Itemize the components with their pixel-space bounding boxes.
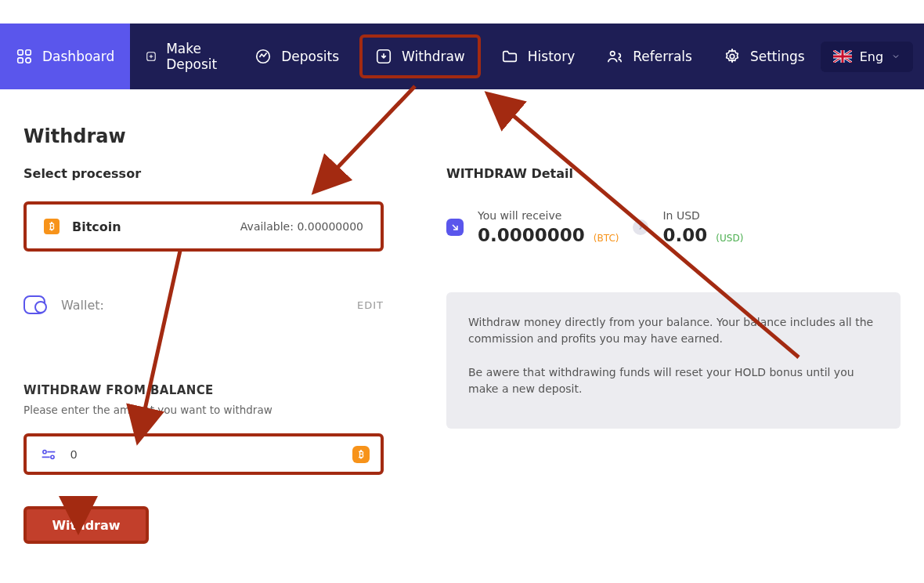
svg-point-10 (43, 450, 46, 453)
processor-available: Available: 0.00000000 (240, 220, 363, 233)
nav-settings[interactable]: Settings (708, 24, 821, 89)
svg-point-8 (730, 54, 735, 59)
svg-point-3 (26, 58, 31, 63)
language-selector[interactable]: Eng (821, 42, 913, 72)
receive-unit: (BTC) (594, 233, 619, 244)
chevron-down-icon (891, 52, 901, 61)
flag-uk-icon (833, 50, 852, 63)
receive-label: You will receive (478, 209, 619, 222)
nav-deposits[interactable]: Deposits (239, 24, 355, 89)
usd-value: 0.00 (662, 225, 707, 245)
page-title: Withdraw (23, 125, 901, 147)
download-icon (375, 48, 392, 65)
page-content: Withdraw Select processor ₿ Bitcoin Avai… (0, 102, 924, 583)
nav-label: Withdraw (402, 49, 465, 64)
svg-point-12 (51, 455, 54, 458)
wallet-row: Wallet: EDIT (23, 295, 384, 314)
bitcoin-icon: ₿ (44, 219, 60, 234)
nav-history[interactable]: History (485, 24, 590, 89)
withdraw-from-balance-header: WITHDRAW FROM BALANCE (23, 383, 384, 397)
you-will-receive-metric: You will receive 0.0000000 (BTC) (478, 209, 619, 245)
select-processor-label: Select processor (23, 166, 384, 181)
svg-rect-0 (18, 50, 23, 55)
amount-prompt: Please enter the amount you want to with… (23, 404, 384, 416)
nav-label: Dashboard (42, 49, 114, 64)
nav-label: Make Deposit (166, 41, 223, 72)
right-column: WITHDRAW Detail You will receive 0.00000… (446, 166, 901, 544)
top-nav: Dashboard Make Deposit Deposits Withdraw… (0, 24, 924, 89)
detail-row: You will receive 0.0000000 (BTC) In USD … (446, 209, 901, 245)
plus-square-icon (146, 48, 157, 65)
svg-point-7 (611, 52, 615, 56)
arrow-down-right-icon (446, 219, 464, 236)
svg-rect-1 (26, 50, 31, 55)
in-usd-metric: In USD 0.00 (USD) (662, 209, 743, 245)
folder-icon (501, 48, 518, 65)
language-label: Eng (860, 49, 883, 64)
withdraw-button[interactable]: Withdraw (23, 506, 149, 544)
nav-make-deposit[interactable]: Make Deposit (130, 24, 239, 89)
withdraw-detail-title: WITHDRAW Detail (446, 166, 901, 181)
amount-card: ₿ (23, 433, 384, 475)
arrow-right-icon (633, 219, 648, 235)
sliders-icon (41, 448, 56, 461)
edit-wallet-link[interactable]: EDIT (357, 299, 384, 311)
activity-icon (254, 48, 272, 65)
nav-label: Referrals (633, 49, 692, 64)
processor-name: Bitcoin (72, 219, 121, 234)
bitcoin-badge-icon: ₿ (352, 446, 370, 463)
nav-label: Deposits (281, 49, 339, 64)
nav-referrals[interactable]: Referrals (590, 24, 708, 89)
wallet-icon (23, 295, 45, 314)
left-column: Select processor ₿ Bitcoin Available: 0.… (23, 166, 384, 544)
amount-input[interactable] (70, 447, 366, 461)
users-icon (606, 48, 623, 65)
dashboard-icon (16, 48, 33, 65)
nav-label: Settings (750, 49, 805, 64)
wallet-label: Wallet: (61, 298, 104, 313)
info-line-1: Withdraw money directly from your balanc… (468, 314, 879, 347)
usd-label: In USD (662, 209, 743, 222)
nav-dashboard[interactable]: Dashboard (0, 24, 130, 89)
gear-icon (724, 48, 741, 65)
info-box: Withdraw money directly from your balanc… (446, 292, 901, 429)
nav-label: History (528, 49, 575, 64)
info-line-2: Be awere that withdrawing funds will res… (468, 364, 879, 397)
processor-bitcoin[interactable]: ₿ Bitcoin Available: 0.00000000 (23, 201, 384, 252)
nav-withdraw[interactable]: Withdraw (359, 34, 481, 78)
receive-value: 0.0000000 (478, 225, 585, 245)
svg-rect-2 (18, 58, 23, 63)
withdraw-button-label: Withdraw (52, 518, 120, 533)
usd-unit: (USD) (716, 233, 743, 244)
